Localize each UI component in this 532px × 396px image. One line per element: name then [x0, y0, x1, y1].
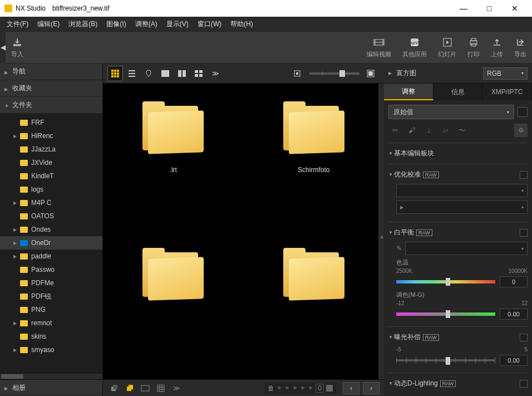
import-button[interactable]: 导入 [6, 35, 29, 61]
tree-item[interactable]: JXVide [0, 156, 102, 169]
grid-view-button[interactable] [107, 66, 123, 81]
histogram-header[interactable]: ▶ 直方图 RGB▾ [384, 63, 532, 84]
folders-panel-header[interactable]: 文件夹 [0, 97, 102, 114]
toolbar-collapse-left[interactable]: ◀ [0, 31, 6, 63]
export-button[interactable]: 导出 [509, 35, 532, 61]
favorites-panel-header[interactable]: 收藏夹 [0, 80, 102, 97]
folder-thumbnail[interactable] [249, 241, 379, 369]
menu-help[interactable]: 帮助(H) [226, 17, 258, 31]
tree-item[interactable]: ▶OneDr [0, 236, 102, 250]
tab-adjust[interactable]: 调整 [384, 84, 434, 100]
filter-grid-button[interactable] [154, 382, 168, 395]
tool-brush-icon[interactable]: 🖌 [405, 124, 418, 137]
filter-more-button[interactable]: ≫ [170, 382, 183, 395]
upload-button[interactable]: 上传 [485, 35, 509, 61]
folder-icon [20, 320, 28, 326]
menu-adjust[interactable]: 调整(A) [131, 17, 162, 31]
preset-select[interactable]: 原始值▾ [388, 105, 514, 119]
tree-item[interactable]: skins [0, 330, 102, 343]
select-none-button[interactable] [107, 382, 121, 395]
map-view-button[interactable] [141, 66, 156, 81]
tool-straighten-icon[interactable]: ⟂ [422, 124, 435, 137]
tool-crop-icon[interactable]: ✂ [388, 124, 402, 137]
tree-item[interactable]: ▶M4P C [0, 196, 102, 209]
tree-item[interactable]: logs [0, 183, 102, 196]
tree-item[interactable]: ▶HiRenc [0, 129, 102, 143]
tree-item[interactable]: PDFMe [0, 276, 102, 290]
tree-item[interactable]: FRF [0, 116, 102, 129]
preset-checkbox[interactable] [518, 107, 528, 117]
album-panel-header[interactable]: 相册 [0, 379, 102, 396]
list-view-button[interactable] [124, 66, 140, 81]
dlighting-section[interactable]: ▼动态D-Lighting RAW [388, 378, 528, 389]
wb-temp-slider[interactable] [396, 280, 495, 283]
tool-perspective-icon[interactable]: ▱ [439, 124, 452, 137]
tree-item[interactable]: ▶Ondes [0, 223, 102, 236]
single-view-button[interactable] [157, 66, 173, 81]
folder-thumbnail[interactable] [109, 241, 238, 369]
wb-tint-value[interactable]: 0.00 [500, 309, 528, 320]
exposure-section[interactable]: ▼曝光补偿 RAW [388, 331, 528, 343]
folder-thumbnail[interactable]: Schirmfoto [249, 95, 379, 230]
prev-page-button[interactable]: ‹ [343, 382, 359, 394]
menu-file[interactable]: 文件(F) [2, 17, 33, 31]
exposure-value[interactable]: 0.00 [500, 355, 528, 366]
other-apps-button[interactable]: APP 其他应用 [397, 35, 432, 61]
wb-preset-select[interactable]: ▾ [405, 242, 528, 255]
colorspace-select[interactable]: RGB▾ [483, 67, 528, 80]
dlighting-checkbox[interactable] [520, 380, 528, 388]
menu-image[interactable]: 图像(I) [102, 17, 130, 31]
tree-item[interactable]: OATOS [0, 209, 102, 223]
menu-edit[interactable]: 编辑(E) [33, 17, 64, 31]
opt-calib-checkbox[interactable] [520, 171, 528, 179]
menu-browser[interactable]: 浏览器(B) [64, 17, 102, 31]
basic-edit-section[interactable]: ▼基本编辑板块 [388, 148, 528, 159]
tree-item[interactable]: KindleT [0, 169, 102, 183]
more-views-button[interactable]: ≫ [208, 66, 223, 81]
edit-video-button[interactable]: 编辑视频 [361, 35, 397, 61]
wb-checkbox[interactable] [520, 229, 528, 237]
zoom-small-icon[interactable] [289, 66, 305, 81]
menu-window[interactable]: 窗口(W) [193, 17, 226, 31]
menu-view[interactable]: 显示(V) [162, 17, 193, 31]
optimize-calib-section[interactable]: ▼优化校准 RAW [388, 169, 528, 180]
right-splitter[interactable]: ◀ [378, 84, 384, 379]
white-balance-section[interactable]: ▼白平衡 RAW [388, 227, 528, 238]
close-button[interactable]: ✕ [502, 0, 528, 17]
tree-hscrollbar[interactable] [0, 373, 102, 379]
compare2-view-button[interactable] [174, 66, 190, 81]
nav-panel-header[interactable]: 导航 [0, 63, 102, 80]
rating-filter[interactable]: 🗑 ★★★★★ 0 [264, 383, 336, 394]
print-button[interactable]: 打印 [462, 35, 485, 61]
wb-temp-value[interactable]: 0 [500, 276, 528, 287]
tree-item[interactable]: ▶remnot [0, 316, 102, 330]
opt-calib-field2[interactable]: ▾ [396, 201, 528, 214]
folder-icon [20, 146, 28, 153]
folder-thumbnail[interactable]: .lrt [109, 95, 238, 230]
exposure-slider[interactable] [396, 359, 495, 361]
select-all-button[interactable] [123, 382, 136, 395]
tree-item[interactable]: ▶paddle [0, 250, 102, 263]
maximize-button[interactable]: □ [476, 0, 502, 17]
thumbnail-size-slider[interactable] [309, 72, 359, 75]
tab-info[interactable]: 信息 [434, 84, 483, 100]
tree-item[interactable]: PDF锐 [0, 290, 102, 303]
compare4-view-button[interactable] [191, 66, 206, 81]
wb-tint-slider[interactable] [396, 312, 495, 316]
zoom-large-icon[interactable] [363, 66, 378, 81]
exposure-checkbox[interactable] [520, 334, 528, 341]
tab-xmp[interactable]: XMP/IPTC [482, 84, 532, 100]
tree-item[interactable]: ▶smyaso [0, 343, 102, 356]
tool-curve-icon[interactable]: 〜 [455, 124, 469, 137]
filter-aspect-button[interactable] [139, 382, 152, 395]
gear-icon[interactable]: ⚙ [514, 124, 528, 137]
thumbnail-grid[interactable]: .lrtSchirmfoto [103, 84, 384, 379]
slideshow-button[interactable]: 幻灯片 [432, 35, 462, 61]
next-page-button[interactable]: › [363, 382, 380, 394]
tree-item[interactable]: PNG [0, 303, 102, 316]
minimize-button[interactable]: — [451, 0, 476, 17]
eyedropper-icon[interactable]: ✎ [396, 245, 402, 252]
tree-item[interactable]: Passwo [0, 263, 102, 276]
tree-item[interactable]: JJazzLa [0, 143, 102, 156]
opt-calib-field1[interactable]: ▾ [396, 184, 528, 197]
